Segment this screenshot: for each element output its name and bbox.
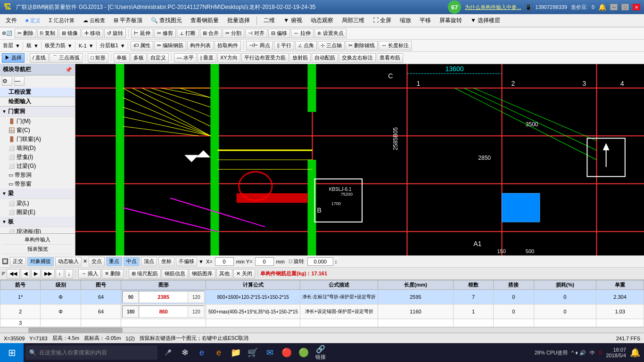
btn-rotate[interactable]: ↺ 旋转 (104, 29, 126, 38)
btn-object-snap[interactable]: 对象捕捉 (27, 257, 54, 266)
sidebar-item-niche[interactable]: ⬜壁龛(I) (0, 153, 75, 162)
btn-mirror[interactable]: ⊞ 镜像 (59, 29, 81, 38)
menu-dynamic[interactable]: 动态观察 (307, 16, 337, 25)
btn-multi-slab[interactable]: 多板 (131, 53, 147, 63)
sidebar-item-window[interactable]: 🪟窗(C) (0, 126, 75, 135)
btn-swap-mark[interactable]: 交换左右标注 (339, 53, 376, 63)
sidebar-item-wall-hole[interactable]: ⬜墙洞(D) (0, 144, 75, 153)
btn-vertical[interactable]: | 垂直 (198, 53, 216, 63)
taskbar-app1[interactable]: 🔴 (278, 344, 295, 361)
sidebar-group-slab[interactable]: ▼ 板 (0, 217, 75, 227)
sidebar-item-band-hole[interactable]: ▭带形洞 (0, 171, 75, 180)
btn-close-table[interactable]: ✕ 关闭 (233, 269, 255, 279)
sidebar-item-door-window[interactable]: 🚪门联窗(A) (0, 135, 75, 144)
btn-rebar-lib[interactable]: 钢筋图库 (189, 269, 215, 279)
menu-2d[interactable]: 二维 (260, 16, 279, 25)
x-input[interactable] (215, 257, 234, 266)
menu-align[interactable]: ⊞ 平齐板顶 (110, 16, 146, 25)
btn-two-point[interactable]: ⊣⊢ 两点 (246, 41, 273, 50)
menu-define[interactable]: ■ 定义 (22, 16, 44, 25)
cell-shape-3[interactable] (121, 319, 206, 327)
menu-view-qty[interactable]: 查看钢筋量 (187, 16, 223, 25)
cell-shape-1[interactable]: 90 2385 120 (121, 290, 206, 304)
btn-view-rebar[interactable]: 查看布筋 (377, 53, 403, 63)
taskbar-store[interactable]: 🛒 (244, 344, 261, 361)
menu-zoom[interactable]: 缩放 (396, 16, 415, 25)
menu-screen-rotate[interactable]: 屏幕旋转 (436, 16, 466, 25)
btn-delete-row[interactable]: ✕ 删除 (102, 269, 124, 279)
canvas-area[interactable]: 13600 KBSLJ-6.1 75200 1700 (75, 64, 644, 255)
sidebar-item-door[interactable]: 🚪门(M) (0, 117, 75, 126)
clock[interactable]: 18:07 2018/5/4 (606, 347, 626, 358)
btn-move-down[interactable]: ↓ (65, 269, 74, 279)
btn-first-row[interactable]: ◀◀ (7, 269, 20, 279)
y-input[interactable] (255, 257, 274, 266)
btn-copy[interactable]: ⎘ 复制 (37, 29, 58, 38)
btn-grip[interactable]: ⊕ 设置夹点 (314, 29, 347, 38)
sidebar-btn-close[interactable]: — (14, 76, 25, 86)
menu-cloud[interactable]: ☁ 云检查 (79, 16, 109, 25)
rotate-input[interactable] (307, 257, 333, 266)
taskbar-edge[interactable]: e (193, 344, 210, 361)
btn-move[interactable]: ✛ 移动 (82, 29, 103, 38)
notification-icon[interactable]: 🔔 (630, 347, 640, 358)
taskbar-mail[interactable]: ✉ (261, 344, 278, 361)
btn-report-preview[interactable]: 报表预览 (3, 245, 72, 254)
sidebar-item-cast-slab[interactable]: ⬜现浇板(B) (0, 227, 75, 233)
btn-extend[interactable]: ⊢ 延伸 (131, 29, 153, 38)
btn-rect[interactable]: □ 矩形 (88, 53, 108, 63)
table-row[interactable]: 3 (0, 319, 644, 327)
menu-fullscreen[interactable]: ⛶ 全屏 (369, 16, 395, 25)
btn-merge[interactable]: ⊞ 合并 (200, 29, 222, 38)
btn-property[interactable]: 🏷 属性 (131, 41, 153, 50)
btn-orthogonal[interactable]: 正交 (10, 257, 26, 266)
btn-break[interactable]: ⊥ 打断 (177, 29, 198, 38)
btn-stretch[interactable]: ↔ 拉伸 (291, 29, 314, 38)
table-row[interactable]: 2 Φ 64 180 860 120 500+max(400-25+15*d,3… (0, 304, 644, 319)
btn-coordinate[interactable]: 坐标 (158, 257, 174, 266)
menu-calc[interactable]: Σ 汇总计算 (45, 16, 78, 25)
btn-angle[interactable]: ∠ 点角 (295, 41, 317, 50)
sidebar-item-ring-beam[interactable]: ⬜圈梁(E) (0, 208, 75, 217)
sidebar-btn-config[interactable]: ⚙ (2, 76, 12, 86)
start-button[interactable]: ⊞ (0, 343, 24, 362)
btn-dynamic-input[interactable]: 动态输入 (55, 257, 82, 266)
btn-insert-row[interactable]: → 插入 (78, 269, 101, 279)
taskbar-link[interactable]: 🔗 链接 (312, 344, 329, 361)
ime-indicator[interactable]: S (599, 350, 602, 355)
btn-split[interactable]: ✂ 分割 (223, 29, 244, 38)
menu-file[interactable]: 文件 (2, 16, 21, 25)
btn-arc[interactable]: ⌒ 三点画弧 (50, 53, 83, 63)
menu-pan[interactable]: 平移 (416, 16, 435, 25)
btn-three-axis[interactable]: ⊹ 三点轴 (318, 41, 345, 50)
btn-midpoint[interactable]: 重点 (106, 257, 122, 266)
sidebar-group-beam[interactable]: ▼ 梁 (0, 189, 75, 199)
cell-shape-2[interactable]: 180 860 120 (121, 304, 206, 319)
btn-delete[interactable]: ✂ 删除 (15, 29, 36, 38)
btn-other[interactable]: 其他 (216, 269, 232, 279)
btn-parallel[interactable]: ∥ 平行 (274, 41, 294, 50)
btn-horizontal[interactable]: — 水平 (174, 53, 197, 63)
btn-custom[interactable]: 自定义 (148, 53, 169, 63)
btn-scale-rebar[interactable]: ⊞ 缩尺配筋 (129, 269, 161, 279)
btn-offset[interactable]: ⊟ 偏移 (268, 29, 290, 38)
btn-length-mark[interactable]: ↔ 长度标注 (379, 41, 412, 50)
btn-parallel-rebar[interactable]: 平行边布置受力筋 (241, 53, 289, 63)
taskbar-folder[interactable]: 📁 (227, 344, 244, 361)
btn-radial-rebar[interactable]: 放射筋 (289, 53, 311, 63)
menu-top-view[interactable]: ▼ 俯视 (280, 16, 305, 25)
menu-select-floor[interactable]: ▼ 选择楼层 (467, 16, 504, 25)
sidebar-item-draw-input[interactable]: 绘图输入 (0, 97, 75, 107)
btn-next-row[interactable]: ▶ (31, 269, 41, 279)
btn-single-component[interactable]: 单构件输入 (3, 235, 72, 245)
table-row[interactable]: 1* Φ 64 90 2385 120 800+1600+120-2*15-15… (0, 290, 644, 304)
menu-local-3d[interactable]: 局部三维 (338, 16, 368, 25)
horizontal-scrollbar[interactable] (0, 327, 644, 333)
btn-rebar-info[interactable]: 钢筋信息 (162, 269, 188, 279)
sidebar-item-band-window[interactable]: ▭带形窗 (0, 180, 75, 189)
btn-del-aux-line[interactable]: ✂ 删除辅线 (346, 41, 378, 50)
menu-batch-select[interactable]: 批量选择 (223, 16, 254, 25)
btn-single-slab[interactable]: 单板 (114, 53, 130, 63)
sidebar-item-beam[interactable]: ⬜梁(L) (0, 199, 75, 208)
btn-component-list[interactable]: 构件列表 (187, 41, 214, 50)
